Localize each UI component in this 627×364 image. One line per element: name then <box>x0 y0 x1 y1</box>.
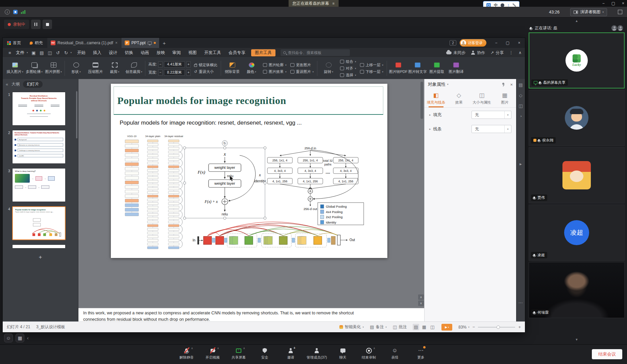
window-count-badge[interactable]: 2 <box>450 40 456 46</box>
selection-handle[interactable] <box>183 217 186 219</box>
collaborate-button[interactable]: 协作 <box>471 50 485 56</box>
invite-button[interactable]: + 邀请 <box>280 347 302 360</box>
slideshow-play-button[interactable]: ▶▾ <box>441 324 452 331</box>
color-button[interactable]: 颜色▾ <box>242 59 261 78</box>
close-button[interactable]: × <box>622 1 624 6</box>
zoom-slider-thumb[interactable] <box>497 326 500 329</box>
settings-wrench-icon[interactable] <box>512 3 516 7</box>
group-button[interactable]: 组合▾ <box>338 59 358 64</box>
selection-handle[interactable] <box>223 147 226 149</box>
banner-menu-icon[interactable]: ≡ <box>332 1 334 5</box>
rotate-button[interactable]: 旋转▾ <box>319 59 338 78</box>
end-meeting-button[interactable]: 结束会议 <box>592 349 622 359</box>
tab-effects[interactable]: ◇效果 <box>448 90 471 107</box>
print-icon[interactable]: ▤ <box>38 50 46 55</box>
menu-review[interactable]: 审阅 <box>169 50 184 56</box>
collapse-tools-icon[interactable]: ‹ <box>27 335 29 341</box>
selection-handle[interactable] <box>264 147 266 149</box>
shapes-button[interactable]: 形状▾ <box>67 59 86 78</box>
tab-size-properties[interactable]: ◫大小与属性 <box>471 90 493 107</box>
close-tab-icon[interactable]: × <box>115 41 118 45</box>
chat-button[interactable]: 聊天 <box>332 347 354 360</box>
tab-fill-and-line[interactable]: ◧填充与线条 <box>425 90 448 107</box>
design-template[interactable]: 3_默认设计模板 <box>36 324 65 330</box>
tab-docer[interactable]: 稻壳 <box>25 38 47 48</box>
menu-slideshow[interactable]: 放映 <box>153 50 168 56</box>
save-icon[interactable]: ▣ <box>30 50 38 55</box>
chevron-down-icon[interactable]: ▾ <box>71 51 72 54</box>
keyboard-tool-button[interactable]: ▦ <box>16 334 24 342</box>
picture-effects-button[interactable]: 图片效果▾ <box>261 69 288 75</box>
compress-picture-button[interactable]: 压缩图片 <box>86 59 105 78</box>
guest-login-button[interactable]: 访客登录 <box>460 39 486 47</box>
canvas-scrollbar[interactable] <box>420 82 423 119</box>
tab-picture[interactable]: ▦图片 <box>493 90 516 107</box>
selection-pane-icon[interactable]: ◫ <box>519 103 523 108</box>
picture-translate-button[interactable]: 图片翻译 <box>447 59 465 78</box>
participant-tile-screen-share[interactable]: Lucky 磊的屏幕共享 <box>529 32 625 88</box>
menu-view[interactable]: 视图 <box>185 50 200 56</box>
pause-recording-button[interactable] <box>31 20 41 29</box>
theme-moon-icon[interactable] <box>501 3 504 7</box>
thumbnail-scrollbar[interactable] <box>76 91 77 138</box>
properties-pane-icon[interactable]: ▤ <box>519 82 523 87</box>
picture-outline-button[interactable]: 图片轮廓▾ <box>261 62 288 68</box>
more-panes-icon[interactable]: ⋯ <box>519 300 523 305</box>
maximize-button[interactable]: ▢ <box>611 1 615 6</box>
height-minus-button[interactable]: − <box>158 61 163 68</box>
wps-minimize-button[interactable]: − <box>490 38 502 48</box>
picture-carousel-button[interactable]: 多图轮播▾ <box>25 59 44 78</box>
redo-icon[interactable]: ↻ <box>63 50 70 55</box>
creative-crop-button[interactable]: 创意裁剪▾ <box>124 59 143 78</box>
minimize-button[interactable]: − <box>602 1 605 6</box>
participant-tile-4[interactable]: 凌超 凌超 <box>529 205 625 261</box>
add-slide-button[interactable]: + <box>3 253 78 262</box>
stop-recording-toolbar-button[interactable]: ∧ 结束录制 <box>358 347 380 360</box>
width-minus-button[interactable]: − <box>158 70 163 76</box>
change-picture-button[interactable]: 更改图片 <box>289 62 316 68</box>
selection-handle[interactable] <box>223 217 226 219</box>
reset-size-button[interactable]: ↺重设大小 <box>192 69 219 75</box>
sorter-view-button[interactable]: ▦ <box>421 324 427 330</box>
slide-canvas[interactable]: VGG-1934-layer plain34-layer residual↻xw… <box>78 79 424 321</box>
slide-thumbnail-5-partial[interactable] <box>5 244 75 249</box>
slide-thumbnail-2[interactable]: 2 Residual Distillation: Towards Portabl… <box>5 130 75 164</box>
notes-button[interactable]: ▤备注▾ <box>370 324 387 330</box>
comment-button[interactable]: ◫批注 <box>393 324 407 330</box>
picture-to-pdf-button[interactable]: 图片转PDF <box>389 59 408 78</box>
slide-thumbnail-1[interactable]: 1 Residual Distillation: Towards Portabl… <box>5 92 75 126</box>
participant-tile-5[interactable]: 何瑞霖 <box>529 262 625 318</box>
line-select[interactable]: 无▾ <box>472 125 511 133</box>
menu-design[interactable]: 设计 <box>105 50 121 56</box>
file-menu[interactable]: 文件 <box>14 50 26 56</box>
menu-devtools[interactable]: 开发工具 <box>201 50 224 56</box>
tab-slides[interactable]: 幻灯片 <box>23 81 43 88</box>
selection-handle[interactable] <box>183 182 186 184</box>
slide-body-text[interactable]: Popular models for image recognition: re… <box>120 120 302 126</box>
reading-view-button[interactable]: ◫ <box>429 324 435 330</box>
tab-outline[interactable]: 大纲 <box>11 81 20 87</box>
undo-icon[interactable]: ↺ <box>54 50 62 55</box>
lock-aspect-ratio-button[interactable]: 锁定纵横比 <box>192 62 219 68</box>
remove-background-button[interactable]: 抠除背景 <box>223 59 242 78</box>
fill-select[interactable]: 无▾ <box>472 111 511 119</box>
selected-residual-block[interactable]: ↻xweight layerreluF(x)weight layerxident… <box>183 140 266 219</box>
zoom-level[interactable]: 83%▾ <box>458 325 469 330</box>
scroll-down-button[interactable]: ▾ <box>529 336 625 342</box>
document-tab-ppt[interactable]: P PPT.ppt <box>121 38 160 48</box>
security-button[interactable]: 安全 <box>254 347 275 360</box>
search-input[interactable] <box>288 51 347 55</box>
slide-thumbnail-3[interactable]: 3 What is deep learning? →→ →→ <box>5 168 75 202</box>
zoom-in-button[interactable]: + <box>518 324 521 330</box>
tab-home[interactable]: 首页 <box>3 38 25 48</box>
hamburger-menu-icon[interactable]: ≡ <box>6 50 14 55</box>
print-preview-icon[interactable]: ◫ <box>46 50 54 55</box>
fullscreen-icon[interactable] <box>618 10 622 14</box>
selection-handle[interactable] <box>264 182 266 184</box>
more-menu-icon[interactable]: ⋮ <box>509 50 513 55</box>
close-panel-icon[interactable]: × <box>510 82 513 87</box>
smart-beautify-button[interactable]: 智能美化▾ <box>339 324 364 330</box>
stop-recording-button[interactable] <box>43 20 52 29</box>
participant-tile-3[interactable]: 贾伟 <box>529 147 625 203</box>
view-mode-select[interactable]: 演讲者视图 ▾ <box>570 8 607 16</box>
